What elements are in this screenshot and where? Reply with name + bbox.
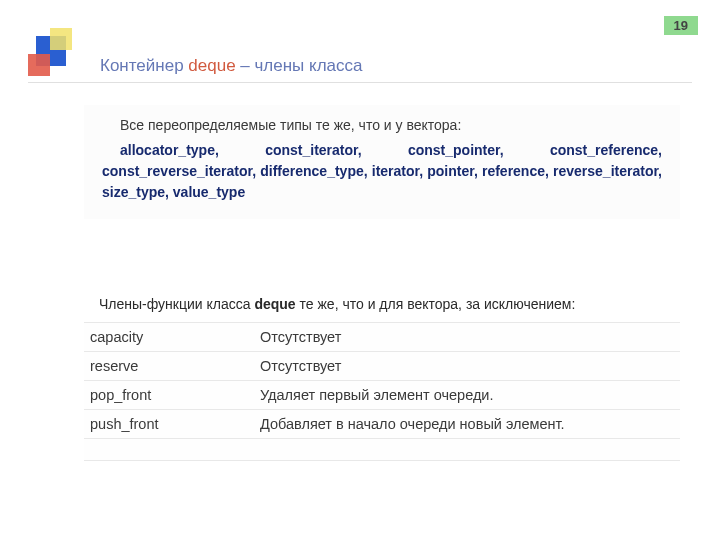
funcs-intro-after: те же, что и для вектора, за исключением… xyxy=(296,296,576,312)
func-desc: Удаляет первый элемент очереди. xyxy=(254,381,680,410)
logo-yellow-square xyxy=(50,28,72,50)
types-block: Все переопределяемые типы те же, что и у… xyxy=(84,105,680,219)
func-desc: Добавляет в начало очереди новый элемент… xyxy=(254,410,680,439)
funcs-intro-before: Члены-функции класса xyxy=(99,296,254,312)
funcs-intro: Члены-функции класса deque те же, что и … xyxy=(99,296,575,312)
slide-title: Контейнер deque – члены класса xyxy=(100,56,363,76)
title-suffix: – члены класса xyxy=(240,56,362,75)
title-prefix: Контейнер xyxy=(100,56,188,75)
empty-cell xyxy=(84,439,254,461)
table-row: pop_front Удаляет первый элемент очереди… xyxy=(84,381,680,410)
func-table: capacity Отсутствует reserve Отсутствует… xyxy=(84,322,680,461)
func-name: push_front xyxy=(84,410,254,439)
func-desc: Отсутствует xyxy=(254,323,680,352)
table-row: capacity Отсутствует xyxy=(84,323,680,352)
table-row-empty xyxy=(84,439,680,461)
logo-red-square xyxy=(28,54,50,76)
table-row: push_front Добавляет в начало очереди но… xyxy=(84,410,680,439)
types-intro: Все переопределяемые типы те же, что и у… xyxy=(102,115,662,136)
slide-logo xyxy=(28,28,84,84)
title-underline xyxy=(28,82,692,83)
empty-cell xyxy=(254,439,680,461)
page-number-badge: 19 xyxy=(664,16,698,35)
func-name: capacity xyxy=(84,323,254,352)
types-list: allocator_type, const_iterator, const_po… xyxy=(102,140,662,203)
funcs-intro-bold: deque xyxy=(254,296,295,312)
func-name: pop_front xyxy=(84,381,254,410)
func-desc: Отсутствует xyxy=(254,352,680,381)
table-row: reserve Отсутствует xyxy=(84,352,680,381)
func-name: reserve xyxy=(84,352,254,381)
title-accent: deque xyxy=(188,56,240,75)
